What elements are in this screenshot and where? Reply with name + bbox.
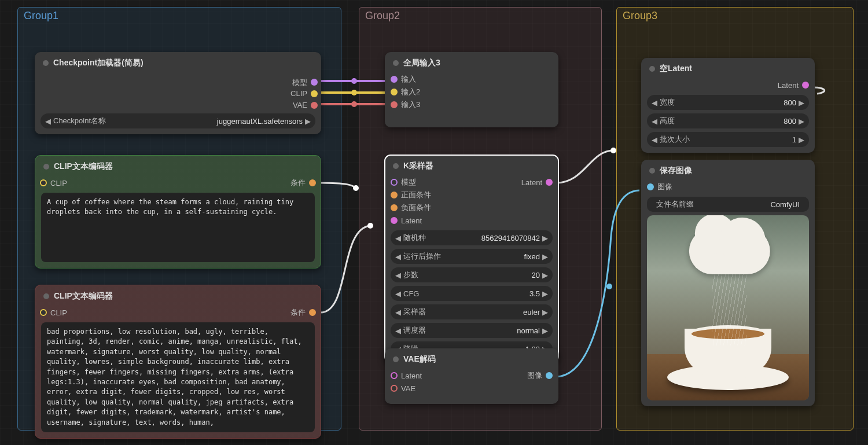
chevron-right-icon[interactable]: ▶ bbox=[542, 326, 548, 335]
input-pos-port[interactable] bbox=[391, 192, 398, 198]
chevron-left-icon[interactable]: ◀ bbox=[395, 326, 401, 335]
chevron-left-icon[interactable]: ◀ bbox=[395, 271, 401, 279]
collapse-dot[interactable] bbox=[43, 293, 49, 299]
node-title: K采样器 bbox=[403, 161, 433, 171]
output-image-port[interactable] bbox=[546, 372, 553, 379]
node-ksampler[interactable]: K采样器 模型 正面条件 负面条件 Latent Latent ◀随机种8562… bbox=[385, 155, 558, 362]
input-vae-port[interactable] bbox=[391, 385, 398, 392]
chevron-right-icon[interactable]: ▶ bbox=[799, 135, 804, 144]
cfg-widget[interactable]: ◀CFG3.5▶ bbox=[391, 286, 553, 301]
after-widget[interactable]: ◀运行后操作fixed▶ bbox=[391, 249, 553, 264]
collapse-dot[interactable] bbox=[393, 356, 399, 362]
chevron-left-icon[interactable]: ◀ bbox=[652, 117, 657, 126]
output-model-port[interactable] bbox=[311, 79, 318, 86]
output-cond-port[interactable] bbox=[309, 179, 316, 186]
chevron-left-icon[interactable]: ◀ bbox=[45, 117, 51, 126]
chevron-left-icon[interactable]: ◀ bbox=[395, 252, 401, 261]
scheduler-widget[interactable]: ◀调度器normal▶ bbox=[391, 323, 553, 338]
output-clip-port[interactable] bbox=[311, 90, 318, 97]
output-cond-label: 条件 bbox=[290, 178, 306, 188]
output-cond-port[interactable] bbox=[309, 309, 316, 316]
chevron-right-icon[interactable]: ▶ bbox=[799, 117, 804, 126]
node-checkpoint-loader[interactable]: Checkpoint加载器(简易) ◀ Checkpoint名称 juggern… bbox=[35, 52, 321, 134]
input-latent-port[interactable] bbox=[391, 372, 398, 379]
chevron-left-icon[interactable]: ◀ bbox=[395, 234, 401, 242]
node-title: Checkpoint加载器(简易) bbox=[53, 58, 144, 68]
input-pos-label: 正面条件 bbox=[401, 190, 431, 200]
output-latent-port[interactable] bbox=[546, 179, 553, 186]
chevron-right-icon[interactable]: ▶ bbox=[542, 271, 548, 279]
generated-image-preview[interactable] bbox=[647, 215, 809, 400]
chevron-right-icon[interactable]: ▶ bbox=[305, 117, 311, 126]
input-neg-label: 负面条件 bbox=[401, 203, 431, 213]
chevron-right-icon[interactable]: ▶ bbox=[542, 234, 548, 242]
input-clip-port[interactable] bbox=[40, 179, 47, 186]
widget-value: ComfyUI bbox=[694, 200, 800, 209]
collapse-dot[interactable] bbox=[649, 66, 655, 72]
input-neg-port[interactable] bbox=[391, 204, 398, 211]
batch-widget[interactable]: ◀批次大小1▶ bbox=[647, 132, 809, 147]
input-model-port[interactable] bbox=[391, 179, 398, 186]
widget-value: normal bbox=[426, 326, 540, 335]
collapse-dot[interactable] bbox=[43, 164, 49, 170]
checkpoint-name-widget[interactable]: ◀ Checkpoint名称 juggernautXL.safetensors … bbox=[41, 113, 315, 128]
chevron-left-icon[interactable]: ◀ bbox=[395, 289, 401, 298]
input1-port[interactable] bbox=[391, 76, 398, 83]
collapse-dot[interactable] bbox=[393, 60, 399, 66]
widget-value: juggernautXL.safetensors bbox=[106, 117, 303, 126]
node-clip-encode-positive[interactable]: CLIP文本编码器 CLIP 条件 A cup of coffee where … bbox=[35, 155, 321, 269]
output-clip-label: CLIP bbox=[290, 89, 307, 98]
collapse-dot[interactable] bbox=[393, 163, 399, 169]
output-latent-label: Latent bbox=[521, 178, 542, 187]
svg-point-0 bbox=[351, 78, 357, 84]
widget-value: 3.5 bbox=[419, 289, 540, 298]
svg-point-5 bbox=[610, 148, 616, 153]
sampler-widget[interactable]: ◀采样器euler▶ bbox=[391, 304, 553, 319]
node-title: 保存图像 bbox=[660, 166, 692, 176]
output-model-label: 模型 bbox=[292, 78, 307, 88]
node-empty-latent[interactable]: 空Latent Latent ◀宽度800▶ ◀高度800▶ ◀批次大小1▶ bbox=[641, 58, 815, 153]
node-vae-decode[interactable]: VAE解码 Latent VAE 图像 bbox=[385, 348, 558, 404]
widget-label: Checkpoint名称 bbox=[53, 116, 106, 126]
input2-label: 输入2 bbox=[401, 87, 420, 97]
output-latent-port[interactable] bbox=[802, 82, 809, 89]
input-latent-port[interactable] bbox=[391, 217, 398, 224]
node-save-image[interactable]: 保存图像 图像 文件名前缀 ComfyUI bbox=[641, 160, 815, 406]
widget-value: 1 bbox=[690, 135, 796, 144]
width-widget[interactable]: ◀宽度800▶ bbox=[647, 95, 809, 110]
widget-label: 高度 bbox=[660, 116, 675, 126]
height-widget[interactable]: ◀高度800▶ bbox=[647, 113, 809, 128]
widget-label: 步数 bbox=[403, 270, 418, 280]
chevron-right-icon[interactable]: ▶ bbox=[542, 289, 548, 298]
node-global-input[interactable]: 全局输入3 输入 输入2 输入3 bbox=[385, 52, 558, 127]
widget-value: euler bbox=[426, 308, 540, 317]
input-image-port[interactable] bbox=[647, 183, 654, 190]
output-vae-port[interactable] bbox=[311, 102, 318, 109]
input-clip-port[interactable] bbox=[40, 309, 47, 316]
chevron-left-icon[interactable]: ◀ bbox=[395, 308, 401, 317]
steps-widget[interactable]: ◀步数20▶ bbox=[391, 267, 553, 282]
prompt-text[interactable]: A cup of coffee where the steam forms a … bbox=[41, 193, 315, 262]
input3-label: 输入3 bbox=[401, 100, 420, 110]
chevron-left-icon[interactable]: ◀ bbox=[652, 135, 657, 144]
collapse-dot[interactable] bbox=[43, 60, 49, 66]
chevron-right-icon[interactable]: ▶ bbox=[542, 308, 548, 317]
collapse-dot[interactable] bbox=[649, 168, 655, 174]
chevron-left-icon[interactable]: ◀ bbox=[652, 98, 657, 107]
output-vae-label: VAE bbox=[293, 101, 307, 109]
input-latent-label: Latent bbox=[401, 216, 422, 225]
filename-prefix-widget[interactable]: 文件名前缀 ComfyUI bbox=[647, 197, 809, 212]
node-title: CLIP文本编码器 bbox=[54, 291, 113, 301]
widget-value: 800 bbox=[675, 117, 796, 126]
chevron-right-icon[interactable]: ▶ bbox=[542, 252, 548, 261]
node-clip-encode-negative[interactable]: CLIP文本编码器 CLIP 条件 bad proportions, low r… bbox=[35, 285, 321, 439]
widget-value: 85629416070842 bbox=[426, 234, 540, 242]
widget-label: CFG bbox=[403, 289, 419, 298]
node-title: 空Latent bbox=[660, 64, 692, 74]
group-2-label: Group2 bbox=[365, 10, 400, 22]
chevron-right-icon[interactable]: ▶ bbox=[799, 98, 804, 107]
input3-port[interactable] bbox=[391, 101, 398, 108]
input2-port[interactable] bbox=[391, 89, 398, 95]
seed-widget[interactable]: ◀随机种85629416070842▶ bbox=[391, 230, 553, 245]
negative-prompt-text[interactable]: bad proportions, low resolution, bad, ug… bbox=[41, 322, 315, 432]
